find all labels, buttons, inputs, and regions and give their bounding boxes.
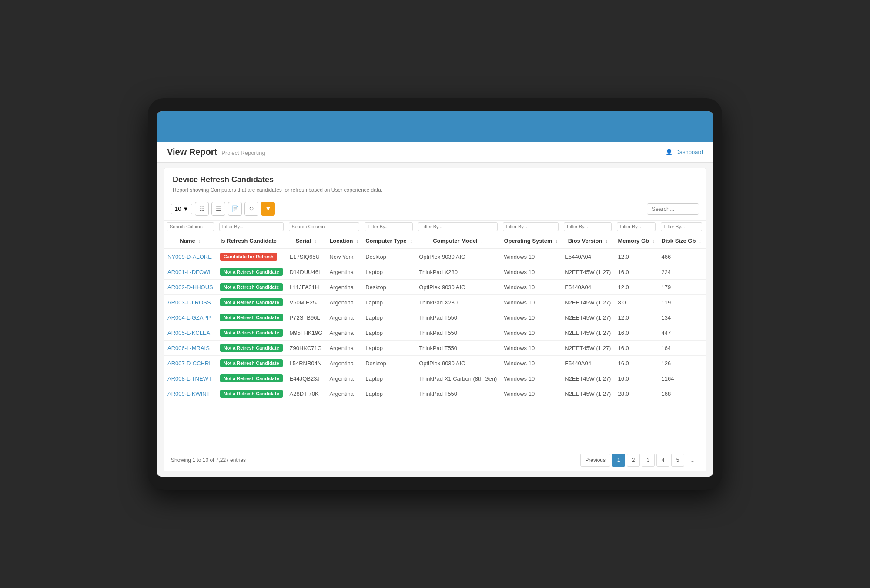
report-header: Device Refresh Candidates Report showing… xyxy=(164,168,706,197)
os-filter-input[interactable] xyxy=(564,222,612,231)
col-location[interactable]: Location ↕ xyxy=(326,233,362,249)
dashboard-icon: 👤 xyxy=(666,149,673,155)
page-2-button[interactable]: 2 xyxy=(627,454,640,467)
cell-name: NY009-D-ALORE xyxy=(164,249,217,264)
cell-is-refresh: Not a Refresh Candidate xyxy=(217,325,286,341)
report-description: Report showing Computers that are candid… xyxy=(173,187,697,193)
cell-os: Windows 10 xyxy=(500,386,561,401)
cell-disk: 168 xyxy=(658,386,705,401)
cell-bu: CA xyxy=(705,264,706,280)
cell-serial: E17SIQ65U xyxy=(286,249,326,264)
refresh-button[interactable]: ↻ xyxy=(244,202,258,216)
cell-bu: CA xyxy=(705,310,706,325)
cell-bios: N2EET45W (1.27) xyxy=(561,341,614,356)
cell-bios: N2EET45W (1.27) xyxy=(561,295,614,310)
col-bu[interactable]: Bu xyxy=(705,233,706,249)
col-is-refresh[interactable]: Is Refresh Candidate ↕ xyxy=(217,233,286,249)
cell-memory: 28.0 xyxy=(614,386,658,401)
cell-name: AR008-L-TNEWT xyxy=(164,371,217,386)
col-bios[interactable]: Bios Version ↕ xyxy=(561,233,614,249)
search-input[interactable] xyxy=(647,203,699,215)
bios-filter-input[interactable] xyxy=(617,222,655,231)
name-link[interactable]: AR006-L-MRAIS xyxy=(167,345,210,351)
memory-filter-input[interactable] xyxy=(661,222,702,231)
table-row: AR008-L-TNEWT Not a Refresh Candidate E4… xyxy=(164,371,706,386)
refresh-badge: Not a Refresh Candidate xyxy=(220,314,283,321)
cell-bios: N2EET45W (1.27) xyxy=(561,371,614,386)
refresh-badge: Not a Refresh Candidate xyxy=(220,283,283,291)
col-computer-model[interactable]: Computer Model ↕ xyxy=(415,233,500,249)
sort-location-icon: ↕ xyxy=(356,239,358,244)
name-link[interactable]: AR003-L-LROSS xyxy=(167,299,211,306)
page-5-button[interactable]: 5 xyxy=(671,454,684,467)
export-button[interactable]: 📄 xyxy=(228,202,242,216)
name-search-input[interactable] xyxy=(167,222,214,231)
name-link[interactable]: NY009-D-ALORE xyxy=(167,254,212,260)
col-serial[interactable]: Serial ↕ xyxy=(286,233,326,249)
cell-bios: N2EET45W (1.27) xyxy=(561,310,614,325)
tablet-screen: View Report Project Reporting 👤 Dashboar… xyxy=(157,111,713,477)
cell-disk: 1164 xyxy=(658,371,705,386)
cell-location: Argentina xyxy=(326,386,362,401)
col-computer-type[interactable]: Computer Type ↕ xyxy=(362,233,415,249)
refresh-badge: Not a Refresh Candidate xyxy=(220,390,283,398)
dashboard-link[interactable]: Dashboard xyxy=(675,149,703,155)
page-3-button[interactable]: 3 xyxy=(642,454,655,467)
cell-disk: 134 xyxy=(658,310,705,325)
cell-serial: E44JQB23J xyxy=(286,371,326,386)
cell-is-refresh: Not a Refresh Candidate xyxy=(217,356,286,371)
cell-memory: 16.0 xyxy=(614,264,658,280)
cell-computer-type: Desktop xyxy=(362,356,415,371)
table-row: AR009-L-KWINT Not a Refresh Candidate A2… xyxy=(164,386,706,401)
cell-os: Windows 10 xyxy=(500,371,561,386)
name-link[interactable]: AR001-L-DFOWL xyxy=(167,269,212,275)
cell-computer-type: Laptop xyxy=(362,325,415,341)
location-filter-input[interactable] xyxy=(365,222,413,231)
cell-os: Windows 10 xyxy=(500,356,561,371)
cell-location: Argentina xyxy=(326,356,362,371)
previous-button[interactable]: Previous xyxy=(580,454,610,467)
sort-disk-icon: ↕ xyxy=(699,239,701,244)
cell-bu: INS xyxy=(705,386,706,401)
header-left: View Report Project Reporting xyxy=(167,147,265,157)
computer-model-filter-input[interactable] xyxy=(503,222,559,231)
cell-computer-model: ThinkPad X280 xyxy=(415,264,500,280)
cell-memory: 12.0 xyxy=(614,249,658,264)
refresh-badge: Not a Refresh Candidate xyxy=(220,298,283,306)
refresh-badge: Not a Refresh Candidate xyxy=(220,268,283,276)
cell-bu: CA xyxy=(705,371,706,386)
per-page-select[interactable]: 10 ▼ xyxy=(171,204,192,214)
cell-serial: D14DUU46L xyxy=(286,264,326,280)
refresh-badge: Not a Refresh Candidate xyxy=(220,329,283,337)
is-refresh-filter-input[interactable] xyxy=(219,222,284,231)
sort-serial-icon: ↕ xyxy=(314,239,316,244)
name-link[interactable]: AR007-D-CCHRI xyxy=(167,360,211,367)
name-link[interactable]: AR005-L-KCLEA xyxy=(167,330,210,336)
page-1-button[interactable]: 1 xyxy=(612,454,625,467)
col-name[interactable]: Name ↕ xyxy=(164,233,217,249)
name-link[interactable]: AR008-L-TNEWT xyxy=(167,375,212,382)
pagination: Previous 1 2 3 4 5 ... xyxy=(580,454,699,467)
view-grid-button[interactable]: ☷ xyxy=(195,202,209,216)
cell-name: AR005-L-KCLEA xyxy=(164,325,217,341)
column-header-row: Name ↕ Is Refresh Candidate ↕ Serial ↕ L… xyxy=(164,233,706,249)
col-disk[interactable]: Disk Size Gb ↕ xyxy=(658,233,705,249)
page-4-button[interactable]: 4 xyxy=(656,454,669,467)
page-subtitle: Project Reporting xyxy=(221,150,265,156)
name-link[interactable]: AR004-L-GZAPP xyxy=(167,314,211,321)
col-memory[interactable]: Memory Gb ↕ xyxy=(614,233,658,249)
cell-serial: V50MIE25J xyxy=(286,295,326,310)
computer-type-filter-input[interactable] xyxy=(418,222,498,231)
tablet-frame: View Report Project Reporting 👤 Dashboar… xyxy=(148,98,722,490)
name-link[interactable]: AR009-L-KWINT xyxy=(167,391,210,397)
filter-button[interactable]: ▼ xyxy=(261,202,275,216)
cell-name: AR007-D-CCHRI xyxy=(164,356,217,371)
sort-os-icon: ↕ xyxy=(555,239,558,244)
toolbar: 10 ▼ ☷ ☰ 📄 ↻ ▼ xyxy=(164,197,706,220)
cell-disk: 224 xyxy=(658,264,705,280)
view-list-button[interactable]: ☰ xyxy=(211,202,225,216)
col-os[interactable]: Operating System ↕ xyxy=(500,233,561,249)
name-link[interactable]: AR002-D-HHOUS xyxy=(167,284,213,291)
serial-search-input[interactable] xyxy=(289,222,360,231)
cell-memory: 12.0 xyxy=(614,310,658,325)
